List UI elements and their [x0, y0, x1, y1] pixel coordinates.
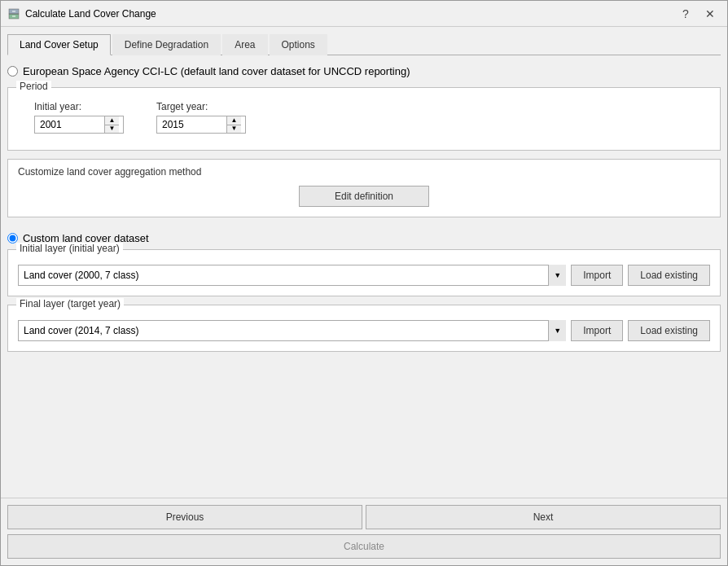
target-year-spinner: ▲ ▼	[156, 116, 246, 134]
esa-radio-row: European Space Agency CCI-LC (default la…	[7, 62, 721, 81]
previous-button[interactable]: Previous	[7, 505, 362, 529]
period-fields: Initial year: ▲ ▼ Target year:	[18, 94, 710, 140]
final-layer-select[interactable]: Land cover (2014, 7 class)	[18, 320, 566, 341]
esa-radio-input[interactable]	[7, 66, 18, 77]
title-bar: Calculate Land Cover Change ? ✕	[1, 1, 727, 27]
initial-year-label: Initial year:	[34, 101, 124, 112]
window-controls: ? ✕	[675, 5, 721, 23]
initial-layer-import-button[interactable]: Import	[571, 265, 623, 286]
content-spacer	[7, 360, 721, 491]
close-button[interactable]: ✕	[699, 5, 721, 23]
initial-layer-group: Initial layer (initial year) Land cover …	[7, 249, 721, 296]
initial-year-input[interactable]	[35, 116, 104, 133]
tab-land-cover-setup[interactable]: Land Cover Setup	[7, 34, 111, 55]
tab-area[interactable]: Area	[222, 34, 267, 55]
tab-content: European Space Agency CCI-LC (default la…	[7, 62, 721, 491]
main-window: Calculate Land Cover Change ? ✕ Land Cov…	[0, 0, 728, 566]
app-icon	[7, 7, 20, 20]
final-layer-title: Final layer (target year)	[16, 298, 124, 309]
tab-define-degradation[interactable]: Define Degradation	[112, 34, 221, 55]
period-group: Period Initial year: ▲ ▼ Target	[7, 87, 721, 151]
target-year-up-button[interactable]: ▲	[227, 116, 241, 125]
tab-options[interactable]: Options	[270, 34, 327, 55]
window-title: Calculate Land Cover Change	[25, 8, 675, 20]
calculate-button[interactable]: Calculate	[7, 534, 721, 559]
separator	[7, 226, 721, 232]
customize-section: Customize land cover aggregation method …	[7, 159, 721, 217]
help-button[interactable]: ?	[675, 5, 696, 23]
target-year-label: Target year:	[156, 101, 246, 112]
initial-layer-controls: Land cover (2000, 7 class) ▼ Import Load…	[18, 265, 710, 286]
initial-year-down-button[interactable]: ▼	[105, 125, 119, 134]
target-year-field: Target year: ▲ ▼	[156, 101, 246, 134]
initial-year-spin-buttons: ▲ ▼	[104, 116, 119, 133]
final-layer-import-button[interactable]: Import	[571, 320, 623, 341]
content-area: Land Cover Setup Define Degradation Area…	[1, 27, 727, 498]
initial-year-spinner: ▲ ▼	[34, 116, 124, 134]
final-layer-load-button[interactable]: Load existing	[628, 320, 710, 341]
initial-layer-title: Initial layer (initial year)	[16, 243, 123, 254]
customize-label: Customize land cover aggregation method	[18, 166, 710, 178]
initial-layer-load-button[interactable]: Load existing	[628, 265, 710, 286]
target-year-down-button[interactable]: ▼	[227, 125, 241, 134]
edit-definition-button[interactable]: Edit definition	[299, 186, 429, 207]
initial-layer-select-wrapper: Land cover (2000, 7 class) ▼	[18, 265, 566, 286]
final-layer-group: Final layer (target year) Land cover (20…	[7, 305, 721, 352]
next-button[interactable]: Next	[366, 505, 721, 529]
initial-layer-select[interactable]: Land cover (2000, 7 class)	[18, 265, 566, 286]
target-year-input[interactable]	[157, 116, 226, 133]
esa-radio-label[interactable]: European Space Agency CCI-LC (default la…	[23, 65, 410, 77]
initial-year-field: Initial year: ▲ ▼	[34, 101, 124, 134]
final-layer-select-wrapper: Land cover (2014, 7 class) ▼	[18, 320, 566, 341]
period-title: Period	[16, 81, 51, 92]
final-layer-controls: Land cover (2014, 7 class) ▼ Import Load…	[18, 320, 710, 341]
target-year-spin-buttons: ▲ ▼	[226, 116, 241, 133]
bottom-bar: Previous Next Calculate	[1, 498, 727, 565]
tab-bar: Land Cover Setup Define Degradation Area…	[7, 33, 721, 55]
initial-year-up-button[interactable]: ▲	[105, 116, 119, 125]
nav-row: Previous Next	[7, 505, 721, 529]
